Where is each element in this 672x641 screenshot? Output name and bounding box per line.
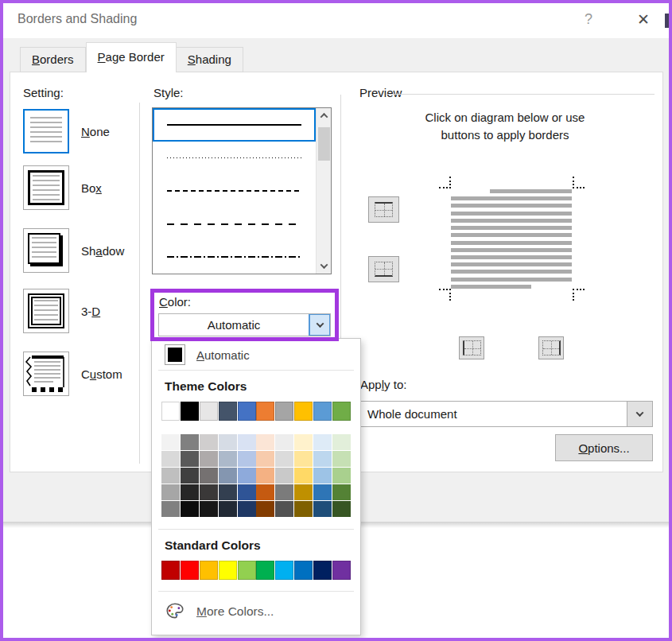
tab-page-border[interactable]: Page Border (86, 42, 177, 72)
theme-variant-swatch[interactable] (313, 484, 332, 500)
standard-color-swatch[interactable] (200, 561, 218, 580)
color-dropdown[interactable]: Automatic (158, 313, 331, 336)
theme-variant-swatch[interactable] (181, 468, 199, 484)
style-option-solid[interactable] (153, 108, 316, 142)
style-scrollbar[interactable] (316, 108, 331, 274)
theme-variant-swatch[interactable] (238, 501, 256, 517)
theme-variant-swatch[interactable] (161, 501, 180, 517)
theme-variant-swatch[interactable] (200, 434, 218, 450)
preview-diagram[interactable] (451, 189, 572, 289)
tab-borders[interactable]: Borders (20, 47, 86, 72)
theme-variant-swatch[interactable] (275, 501, 293, 517)
theme-variant-swatch[interactable] (313, 434, 332, 450)
theme-variant-swatch[interactable] (238, 484, 256, 500)
theme-color-swatch[interactable] (294, 402, 313, 421)
theme-variant-swatch[interactable] (313, 501, 332, 517)
style-option-dash-dot[interactable] (153, 240, 316, 274)
scroll-up-icon[interactable] (317, 108, 332, 123)
theme-variant-swatch[interactable] (256, 501, 274, 517)
theme-variant-swatch[interactable] (294, 451, 313, 467)
theme-variant-swatch[interactable] (256, 468, 274, 484)
theme-variant-swatch[interactable] (219, 484, 237, 500)
scrollbar-thumb[interactable] (318, 127, 330, 161)
theme-variant-swatch[interactable] (219, 434, 237, 450)
theme-variant-swatch[interactable] (275, 484, 293, 500)
theme-variant-swatch[interactable] (332, 434, 351, 450)
scroll-down-icon[interactable] (317, 258, 332, 274)
theme-variant-swatch[interactable] (332, 451, 351, 467)
help-icon[interactable]: ? (579, 11, 598, 28)
style-option-dashed-small[interactable] (153, 174, 316, 208)
color-dropdown-button[interactable] (309, 314, 330, 336)
standard-color-swatch[interactable] (238, 561, 256, 580)
style-option-dashed-large[interactable] (153, 208, 316, 241)
theme-color-swatch[interactable] (275, 402, 293, 421)
theme-variant-swatch[interactable] (200, 484, 218, 500)
theme-variant-swatch[interactable] (313, 468, 332, 484)
standard-color-swatch[interactable] (294, 561, 313, 580)
theme-variant-swatch[interactable] (200, 501, 218, 517)
theme-color-swatch[interactable] (181, 402, 199, 421)
setting-item-custom[interactable]: Custom (23, 352, 122, 396)
theme-variant-swatch[interactable] (200, 468, 218, 484)
theme-variant-swatch[interactable] (181, 484, 199, 500)
more-colors-item[interactable]: More Colors... (161, 592, 351, 631)
left-border-button[interactable] (459, 336, 484, 359)
style-option-dotted[interactable] (153, 142, 316, 175)
theme-variant-swatch[interactable] (275, 468, 293, 484)
setting-item-box[interactable]: Box (23, 165, 102, 210)
standard-color-swatch[interactable] (275, 561, 293, 580)
theme-color-swatch[interactable] (161, 402, 180, 421)
setting-item-none[interactable]: None (23, 109, 110, 153)
theme-variant-swatch[interactable] (161, 451, 180, 467)
theme-variant-swatch[interactable] (219, 468, 237, 484)
theme-color-swatch[interactable] (332, 402, 351, 421)
theme-variant-swatch[interactable] (181, 501, 199, 517)
theme-variant-swatch[interactable] (313, 451, 332, 467)
options-button[interactable]: Options... (555, 434, 653, 461)
theme-variant-swatch[interactable] (238, 468, 256, 484)
theme-variant-swatch[interactable] (294, 501, 313, 517)
theme-variant-swatch[interactable] (294, 484, 313, 500)
theme-color-swatch[interactable] (256, 402, 274, 421)
standard-color-swatch[interactable] (181, 561, 199, 580)
bottom-border-button[interactable] (368, 256, 399, 282)
setting-item-3d[interactable]: 3-D (23, 289, 100, 333)
standard-color-swatch[interactable] (219, 561, 237, 580)
theme-color-swatch[interactable] (219, 402, 237, 421)
theme-variant-swatch[interactable] (181, 451, 199, 467)
top-border-button[interactable] (368, 196, 399, 223)
theme-variant-swatch[interactable] (275, 451, 293, 467)
theme-variant-swatch[interactable] (332, 468, 351, 484)
theme-color-swatch[interactable] (238, 402, 256, 421)
theme-variant-swatch[interactable] (238, 434, 256, 450)
apply-to-dropdown-button[interactable] (627, 402, 652, 426)
theme-variant-swatch[interactable] (275, 434, 293, 450)
theme-color-swatch[interactable] (200, 402, 218, 421)
theme-variant-swatch[interactable] (161, 484, 180, 500)
theme-color-swatch[interactable] (313, 402, 332, 421)
theme-variant-swatch[interactable] (181, 434, 199, 450)
right-border-button[interactable] (538, 336, 564, 359)
close-icon[interactable]: ✕ (633, 10, 654, 29)
theme-variant-swatch[interactable] (256, 434, 274, 450)
standard-color-swatch[interactable] (161, 561, 180, 580)
standard-color-swatch[interactable] (256, 561, 274, 580)
standard-color-swatch[interactable] (332, 561, 351, 580)
theme-variant-swatch[interactable] (200, 451, 218, 467)
apply-to-dropdown[interactable]: Whole document (360, 401, 653, 427)
setting-item-shadow[interactable]: Shadow (23, 228, 124, 273)
theme-variant-swatch[interactable] (238, 451, 256, 467)
theme-variant-swatch[interactable] (161, 468, 180, 484)
theme-variant-swatch[interactable] (294, 434, 313, 450)
automatic-color-item[interactable]: Automatic (161, 339, 351, 370)
tab-shading[interactable]: Shading (177, 47, 243, 72)
theme-variant-swatch[interactable] (256, 484, 274, 500)
theme-variant-swatch[interactable] (256, 451, 274, 467)
theme-variant-swatch[interactable] (161, 434, 180, 450)
standard-color-swatch[interactable] (313, 561, 332, 580)
theme-variant-swatch[interactable] (332, 501, 351, 517)
theme-variant-swatch[interactable] (219, 451, 237, 467)
theme-variant-swatch[interactable] (294, 468, 313, 484)
theme-variant-swatch[interactable] (332, 484, 351, 500)
